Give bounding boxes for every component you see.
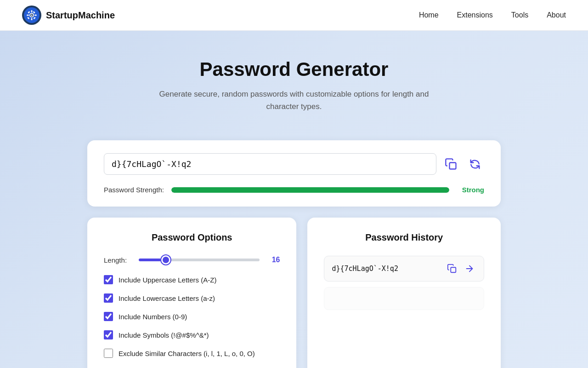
svg-rect-4 — [31, 18, 33, 20]
password-input-row — [104, 153, 484, 175]
strength-bar-fill — [171, 187, 449, 193]
svg-rect-14 — [451, 268, 456, 273]
history-item-2 — [324, 287, 484, 310]
strength-bar-background — [171, 187, 449, 193]
nav-item-tools[interactable]: Tools — [511, 11, 528, 19]
arrow-right-icon — [464, 264, 475, 274]
password-display-card: Password Strength: Strong — [87, 140, 501, 207]
checkbox-uppercase: Include Uppercase Letters (A-Z) — [104, 275, 280, 284]
nav-links: Home Extensions Tools About — [419, 11, 566, 19]
exclude-similar-checkbox[interactable] — [104, 349, 113, 358]
svg-rect-13 — [450, 162, 456, 169]
checkbox-numbers: Include Numbers (0-9) — [104, 312, 280, 321]
navbar: StartupMachine Home Extensions Tools Abo… — [0, 0, 588, 31]
refresh-icon — [469, 158, 481, 171]
nav-link-about[interactable]: About — [547, 11, 566, 19]
history-actions — [445, 262, 476, 276]
password-input[interactable] — [104, 153, 436, 175]
history-copy-button[interactable] — [445, 262, 459, 276]
nav-item-about[interactable]: About — [547, 11, 566, 19]
lowercase-checkbox[interactable] — [104, 293, 113, 303]
history-item: d}{7cHLagO`-X!q2 — [324, 256, 484, 282]
numbers-checkbox[interactable] — [104, 312, 113, 321]
lowercase-label: Include Lowercase Letters (a-z) — [119, 294, 215, 302]
nav-item-extensions[interactable]: Extensions — [457, 11, 493, 19]
refresh-button[interactable] — [466, 155, 484, 173]
history-panel: Password History d}{7cHLagO`-X!q2 — [307, 218, 501, 368]
svg-rect-5 — [27, 15, 29, 16]
length-row: Length: 16 — [104, 256, 280, 264]
hero-section: Password Generator Generate secure, rand… — [0, 31, 588, 131]
length-label: Length: — [104, 256, 131, 264]
nav-link-extensions[interactable]: Extensions — [457, 11, 493, 19]
svg-point-12 — [31, 15, 33, 16]
symbols-checkbox[interactable] — [104, 330, 113, 339]
checkbox-symbols: Include Symbols (!@#$%^&*) — [104, 330, 280, 339]
page-title: Password Generator — [9, 58, 579, 80]
nav-link-tools[interactable]: Tools — [511, 11, 528, 19]
checkbox-lowercase: Include Lowercase Letters (a-z) — [104, 293, 280, 303]
options-panel: Password Options Length: 16 Include Uppe… — [87, 218, 296, 368]
svg-rect-6 — [34, 15, 37, 16]
panels-row: Password Options Length: 16 Include Uppe… — [87, 218, 501, 368]
brand: StartupMachine — [22, 6, 115, 25]
strength-row: Password Strength: Strong — [104, 186, 484, 194]
nav-item-home[interactable]: Home — [419, 11, 439, 19]
copy-button[interactable] — [442, 155, 460, 173]
uppercase-label: Include Uppercase Letters (A-Z) — [119, 276, 216, 284]
symbols-label: Include Symbols (!@#$%^&*) — [119, 331, 209, 339]
exclude-similar-label: Exclude Similar Characters (i, l, 1, L, … — [119, 350, 255, 357]
history-copy-icon — [447, 264, 457, 274]
history-title: Password History — [324, 232, 484, 243]
svg-rect-3 — [31, 10, 33, 12]
numbers-label: Include Numbers (0-9) — [119, 313, 187, 321]
brand-name: StartupMachine — [46, 10, 115, 21]
nav-link-home[interactable]: Home — [419, 11, 439, 19]
history-use-button[interactable] — [463, 262, 476, 276]
page-subtitle: Generate secure, random passwords with c… — [156, 88, 432, 113]
checkbox-exclude-similar: Exclude Similar Characters (i, l, 1, L, … — [104, 349, 280, 358]
length-slider[interactable] — [139, 259, 260, 261]
history-password-text: d}{7cHLagO`-X!q2 — [332, 264, 445, 273]
uppercase-checkbox[interactable] — [104, 275, 113, 284]
logo-icon — [22, 6, 41, 25]
copy-icon — [445, 158, 458, 171]
length-value: 16 — [267, 256, 280, 264]
strength-label: Password Strength: — [104, 186, 164, 194]
options-title: Password Options — [104, 232, 280, 243]
strength-value: Strong — [457, 186, 484, 194]
